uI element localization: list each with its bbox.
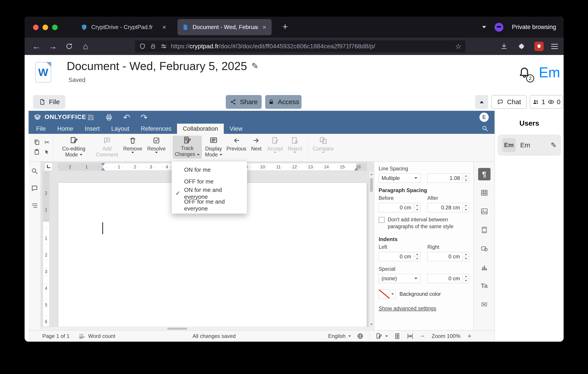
- spinner-arrows[interactable]: [414, 252, 420, 261]
- chevron-down-icon[interactable]: [389, 290, 395, 299]
- paragraph-settings-icon[interactable]: ¶: [478, 168, 491, 180]
- zoom-level[interactable]: Zoom 100%: [432, 333, 460, 339]
- collapse-toolbar-button[interactable]: [475, 95, 488, 109]
- maximize-window-button[interactable]: [52, 25, 58, 30]
- spacing-after-input[interactable]: 0.28 cm: [427, 203, 469, 212]
- fit-page-icon[interactable]: [394, 332, 401, 340]
- home-button[interactable]: ⌂: [80, 41, 91, 52]
- rename-pencil-icon[interactable]: ✎: [252, 61, 259, 71]
- access-button[interactable]: Access: [265, 95, 302, 109]
- indent-right-input[interactable]: 0 cm: [427, 252, 469, 261]
- downloads-icon[interactable]: [499, 41, 509, 52]
- close-window-button[interactable]: [33, 25, 39, 30]
- tab-references[interactable]: References: [135, 124, 177, 134]
- reload-button[interactable]: [64, 41, 74, 52]
- tracking-protection-shield-icon[interactable]: [139, 43, 146, 50]
- user-display-name[interactable]: Em: [539, 64, 560, 81]
- select-button[interactable]: [42, 147, 52, 157]
- spinner-arrows[interactable]: [462, 274, 469, 283]
- close-tab-icon[interactable]: ×: [262, 23, 267, 31]
- ublock-extension-icon[interactable]: [534, 42, 544, 51]
- track-changes-toggle[interactable]: [376, 332, 388, 340]
- coediting-mode-button[interactable]: Co-editing Mode: [57, 136, 90, 158]
- edit-name-pencil-icon[interactable]: ✎: [551, 141, 556, 149]
- lock-icon[interactable]: [149, 43, 157, 50]
- table-settings-icon[interactable]: [478, 187, 491, 199]
- zoom-in-button[interactable]: +: [466, 332, 473, 340]
- line-spacing-select[interactable]: Multiple: [379, 174, 420, 183]
- share-button[interactable]: Share: [226, 95, 262, 109]
- word-count-button[interactable]: 123 Word count: [78, 332, 115, 340]
- find-search-icon[interactable]: [30, 167, 39, 176]
- tab-home[interactable]: Home: [52, 124, 79, 134]
- notifications-bell-icon[interactable]: 2: [518, 66, 533, 82]
- spinner-arrows[interactable]: [462, 174, 469, 183]
- print-button[interactable]: [105, 113, 113, 122]
- tab-layout[interactable]: Layout: [105, 124, 135, 134]
- tab-cryptdrive[interactable]: CryptDrive - CryptPad.fr ×: [76, 19, 171, 35]
- tab-file[interactable]: File: [30, 124, 52, 134]
- spinner-arrows[interactable]: [462, 203, 469, 212]
- horizontal-scrollbar[interactable]: [41, 327, 374, 330]
- address-bar[interactable]: https://cryptpad.fr/doc/#/3/doc/edit/ff0…: [135, 40, 465, 52]
- cut-button[interactable]: ✂: [42, 137, 52, 147]
- user-list-item[interactable]: Em Em ✎: [498, 135, 561, 156]
- permissions-icon[interactable]: [160, 43, 167, 50]
- previous-change-button[interactable]: Previous: [226, 136, 247, 152]
- remove-comment-button[interactable]: Remove: [121, 136, 145, 153]
- menu-hamburger-icon[interactable]: [551, 44, 558, 49]
- tab-insert[interactable]: Insert: [79, 124, 106, 134]
- shape-settings-icon[interactable]: [478, 242, 491, 255]
- vertical-scrollbar[interactable]: [369, 172, 374, 327]
- list-all-tabs-icon[interactable]: [482, 26, 486, 28]
- compare-button[interactable]: Compare: [312, 136, 334, 153]
- scroll-down-arrow[interactable]: [369, 322, 374, 327]
- spellcheck-globe-icon[interactable]: [357, 332, 364, 340]
- mailmerge-settings-icon[interactable]: ✉: [478, 298, 491, 311]
- next-change-button[interactable]: Next: [247, 136, 266, 152]
- headerfooter-settings-icon[interactable]: [478, 224, 491, 236]
- page-indicator[interactable]: Page 1 of 1: [42, 333, 70, 339]
- dropdown-menu-item[interactable]: OFF for me: [172, 176, 247, 187]
- close-tab-icon[interactable]: ×: [161, 23, 167, 31]
- scroll-up-arrow[interactable]: [369, 172, 374, 177]
- file-menu-button[interactable]: File: [33, 95, 65, 109]
- tab-stop-selector[interactable]: [44, 163, 52, 171]
- dropdown-menu-item[interactable]: OFF for me and everyone: [172, 199, 247, 211]
- paste-button[interactable]: [32, 147, 42, 157]
- save-button[interactable]: [87, 113, 95, 122]
- no-interval-checkbox[interactable]: [379, 217, 385, 223]
- resolve-button[interactable]: Resolve: [145, 136, 168, 153]
- scrollbar-thumb[interactable]: [370, 178, 373, 192]
- page-title[interactable]: Document - Wed, February 5, 2025: [67, 59, 247, 73]
- extensions-puzzle-icon[interactable]: [517, 41, 527, 52]
- background-color-button[interactable]: [379, 289, 396, 299]
- forward-button[interactable]: →: [48, 41, 58, 52]
- chat-button[interactable]: Chat: [491, 95, 527, 109]
- navigation-headings-icon[interactable]: [30, 201, 39, 210]
- add-comment-button[interactable]: Add Comment: [94, 136, 120, 158]
- special-indent-input[interactable]: 0 cm: [427, 274, 469, 283]
- search-icon[interactable]: [482, 125, 489, 132]
- participants-pill[interactable]: 1 0: [530, 95, 563, 109]
- scrollbar-thumb[interactable]: [167, 328, 187, 330]
- dropdown-menu-item[interactable]: ✓ ON for me and everyone: [172, 187, 247, 199]
- track-changes-button[interactable]: Track Changes: [173, 135, 202, 159]
- accept-change-button[interactable]: Accept: [266, 136, 285, 153]
- tab-document[interactable]: Document - Wed, February 5, 2 ×: [178, 19, 272, 35]
- language-selector[interactable]: English: [328, 333, 351, 339]
- tab-view[interactable]: View: [224, 124, 248, 134]
- dropdown-menu-item[interactable]: ON for me: [172, 164, 247, 176]
- editor-user-avatar[interactable]: E: [479, 113, 489, 122]
- indent-left-input[interactable]: 0 cm: [379, 252, 420, 261]
- spinner-arrows[interactable]: [462, 252, 469, 261]
- undo-button[interactable]: ↶: [123, 113, 131, 122]
- line-spacing-value-spinner[interactable]: 1.08: [427, 174, 469, 183]
- back-button[interactable]: ←: [31, 41, 42, 52]
- chart-settings-icon[interactable]: [478, 261, 491, 273]
- zoom-out-button[interactable]: −: [420, 332, 426, 340]
- spacing-before-input[interactable]: 0 cm: [379, 203, 420, 212]
- image-settings-icon[interactable]: [478, 205, 491, 218]
- right-indent-marker[interactable]: [354, 168, 358, 170]
- advanced-settings-link[interactable]: Show advanced settings: [379, 305, 469, 312]
